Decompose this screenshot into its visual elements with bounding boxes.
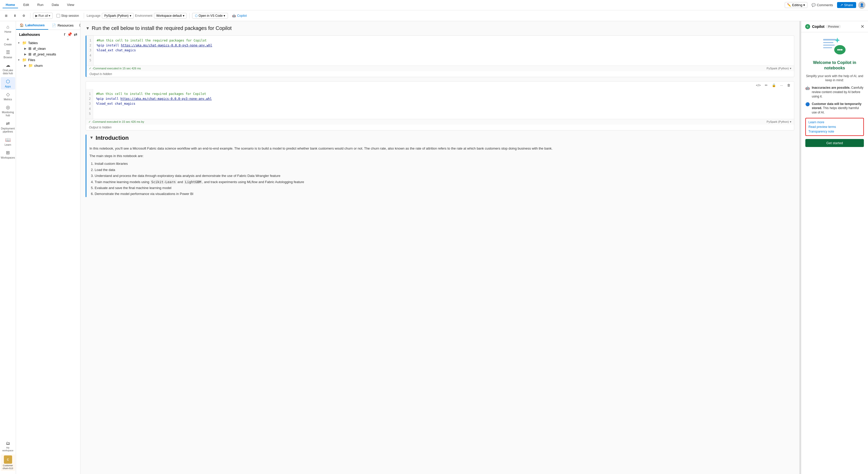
copilot-warning-icon: 🤖 [805, 86, 810, 90]
learn-icon: 📖 [5, 137, 11, 143]
deployment-icon: ⇌ [6, 121, 10, 126]
copilot-panel: C Copilot Preview ✕ [801, 21, 868, 474]
sidebar-item-metrics[interactable]: ◇ Metrics [1, 90, 15, 102]
sidebar-item-monitoring[interactable]: ◎ Monitoring hub [1, 103, 15, 119]
language-selector[interactable]: PySpark (Python) ▾ [102, 13, 133, 19]
tab-home[interactable]: Home [3, 2, 18, 8]
transparency-note-link[interactable]: Transparency note [808, 130, 861, 133]
copilot-info-1: 🤖 Inaccuracies are possible. Carefully r… [805, 86, 864, 98]
filter-icon[interactable]: r [64, 32, 65, 37]
tree-item-files[interactable]: ▾ 📁 Files [16, 57, 80, 63]
copilot-welcome-text: Welcome to Copilot in notebooks [805, 60, 864, 71]
section-1-toggle[interactable]: ▼ [86, 26, 90, 31]
filepanel-tab-resources[interactable]: 📄 Resources [48, 21, 77, 30]
learn-more-link[interactable]: Learn more [808, 120, 861, 124]
section-1-header: ▼ Run the cell below to install the requ… [86, 25, 794, 31]
tables-caret-icon: ▾ [18, 41, 21, 44]
files-caret-icon: ▾ [18, 58, 21, 62]
tab-data[interactable]: Data [49, 2, 62, 8]
code-cell-1-content[interactable]: #Run this cell to install the required p… [94, 36, 794, 65]
sidebar-item-deployment[interactable]: ⇌ Deployment pipelines [1, 119, 15, 135]
copilot-icon: 🤖 [232, 14, 236, 18]
collapse-panel-button[interactable]: ⟨⟩ [77, 21, 81, 30]
cell-2-lang[interactable]: PySpark (Python) ▾ [767, 120, 792, 124]
cell-2-code-btn[interactable]: </> [754, 83, 762, 88]
table-icon-2: ⊞ [28, 52, 31, 56]
file-panel: 🏠 Lakehouses 📄 Resources ⟨⟩ Lakehouses r… [16, 21, 81, 474]
step-4: Train machine learning models using Scik… [95, 179, 794, 185]
run-all-chevron-icon: ▾ [49, 14, 50, 18]
stop-checkbox [57, 14, 60, 18]
cell-2-lock-btn[interactable]: 🔒 [770, 83, 777, 88]
format-button[interactable]: ⊞ [3, 13, 10, 19]
browse-icon: ☰ [6, 50, 10, 55]
topbar: Home Edit Run Data View ✏️ Editing ▾ 💬 C… [0, 0, 868, 10]
tree-item-churn[interactable]: ▶ 📁 churn [16, 63, 80, 68]
tab-view[interactable]: View [64, 2, 78, 8]
cell-2-delete-btn[interactable]: 🗑 [785, 83, 792, 88]
step-5: Evaluate and save the final machine lear… [95, 185, 794, 191]
sidebar-item-onelake[interactable]: ☁ OneLake data hub [1, 61, 15, 76]
filepanel-title: Lakehouses [19, 32, 40, 37]
tree-item-df-pred[interactable]: ▶ ⊞ df_pred_results [16, 51, 80, 57]
settings-button[interactable]: ⚙ [20, 13, 28, 19]
intro-header: ▼ Introduction [90, 135, 794, 144]
run-all-button[interactable]: ▶ Run all ▾ [33, 13, 53, 19]
share-icon: ↗ [840, 3, 843, 7]
refresh-icon[interactable]: ⇄ [74, 32, 77, 37]
sidebar-item-learn[interactable]: 📖 Learn [1, 135, 15, 148]
svg-rect-4 [823, 44, 835, 45]
copilot-toolbar-button[interactable]: 🤖 Copilot [229, 13, 249, 18]
filepanel-tabs: 🏠 Lakehouses 📄 Resources ⟨⟩ [16, 21, 80, 30]
code-cell-2: </> ✏ 🔒 ··· 🗑 12345 #Run this cell to in… [86, 81, 794, 130]
share-button[interactable]: ↗ Share [837, 2, 856, 8]
code-cell-2-content[interactable]: #Run this cell to install the required p… [93, 89, 794, 119]
onelake-icon: ☁ [6, 62, 10, 68]
editing-button[interactable]: ✏️ Editing ▾ [785, 2, 808, 8]
my-workspace-icon: 🗂 [6, 441, 10, 446]
copilot-brand-icon: C [805, 24, 810, 29]
cell-1-lang[interactable]: PySpark (Python) ▾ [767, 67, 792, 70]
filepanel-actions: r 📌 ⇄ [64, 32, 77, 37]
stop-session-button[interactable]: Stop session [54, 13, 81, 19]
environment-selector[interactable]: Workspace default ▾ [154, 13, 187, 19]
preview-terms-link[interactable]: Read preview terms [808, 125, 861, 129]
filepanel-tab-lakehouses[interactable]: 🏠 Lakehouses [16, 21, 48, 30]
sidebar-item-create[interactable]: + Create [1, 35, 15, 48]
cell-2-more-btn[interactable]: ··· [778, 83, 784, 88]
sidebar-item-workspaces[interactable]: ⊞ Workspaces [1, 148, 15, 161]
sidebar-item-home[interactable]: ⌂ Home [1, 23, 15, 35]
tree-item-tables[interactable]: ▾ 📁 Tables [16, 40, 80, 45]
sidebar-item-customer[interactable]: C Customer churn-513 [1, 454, 15, 471]
tab-run[interactable]: Run [34, 2, 47, 8]
svg-rect-5 [823, 47, 832, 48]
tab-edit[interactable]: Edit [20, 2, 32, 8]
lakehouse-icon: 🏠 [20, 23, 24, 27]
code-cell-1-footer: ✓ -Command executed in 15 sec 426 ms PyS… [86, 65, 794, 71]
sidebar-item-my-workspace[interactable]: 🗂 My workspace [1, 439, 15, 454]
resources-icon: 📄 [52, 24, 56, 27]
tree-item-df-clean[interactable]: ▶ ⊞ df_clean [16, 45, 80, 51]
pin-icon[interactable]: 📌 [67, 32, 72, 37]
churn-folder-icon: 📁 [28, 63, 33, 68]
create-icon: + [6, 37, 9, 42]
copilot-subtitle: Simplify your work with the help of AI, … [805, 74, 864, 83]
cell-2-edit-btn[interactable]: ✏ [763, 83, 769, 88]
open-vscode-button[interactable]: ⬡ Open in VS Code ▾ [192, 13, 228, 19]
comments-button[interactable]: 💬 Comments [809, 2, 835, 8]
code-cell-2-toolbar: </> ✏ 🔒 ··· 🗑 [86, 82, 794, 89]
user-avatar[interactable]: 👤 [858, 2, 865, 9]
sidebar-item-browse[interactable]: ☰ Browse [1, 48, 15, 60]
intro-toggle[interactable]: ▼ [90, 135, 94, 140]
language-chevron-icon: ▾ [130, 14, 131, 18]
get-started-button[interactable]: Get started [805, 139, 864, 147]
copilot-close-button[interactable]: ✕ [861, 24, 864, 29]
copilot-info1-title: Inaccuracies are possible. [812, 86, 850, 90]
sidebar-item-apps[interactable]: ⬡ Apps [1, 77, 15, 90]
code-cell-1-line-numbers: 12345 [86, 36, 94, 65]
df-clean-caret-icon: ▶ [24, 47, 27, 50]
code-cell-2-body: 12345 #Run this cell to install the requ… [86, 89, 794, 119]
vscode-icon: ⬡ [195, 14, 197, 18]
play-icon: ▶ [35, 14, 38, 18]
download-button[interactable]: ⬇ [11, 13, 19, 19]
